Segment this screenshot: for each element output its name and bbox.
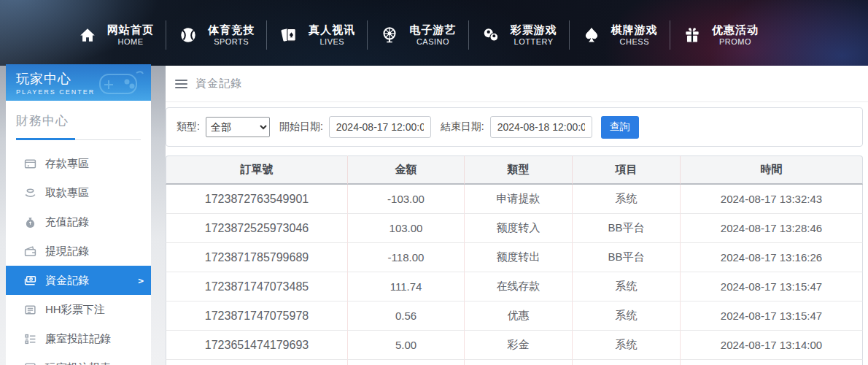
nav-label-en: CASINO xyxy=(416,37,449,47)
nav-item-sports[interactable]: 体育竞技 SPORTS xyxy=(178,23,255,47)
nav-label-zh: 优惠活动 xyxy=(712,23,759,37)
nav-label-zh: 真人视讯 xyxy=(309,23,355,37)
nav-label-zh: 棋牌游戏 xyxy=(611,23,658,37)
nav-divider xyxy=(166,20,166,50)
finance-section-title: 財務中心 xyxy=(16,112,141,129)
type-select[interactable]: 全部 xyxy=(206,117,270,137)
cell-time xyxy=(681,360,863,365)
cell-order-no: 1723872763549901 xyxy=(166,185,348,214)
header-item: 項目 xyxy=(573,155,681,185)
cell-type: 额度转出 xyxy=(465,243,573,272)
header-type: 類型 xyxy=(465,155,573,185)
sidebar-item-player-bet-report[interactable]: 玩家投注報表 xyxy=(6,353,151,365)
start-date-input[interactable] xyxy=(329,116,431,138)
sidebar-item-recharge-records[interactable]: 充值記錄 xyxy=(6,207,151,237)
table-row: 1723872763549901 -103.00 申请提款 系统 2024-08… xyxy=(166,185,863,214)
deposit-icon xyxy=(24,158,36,170)
playing-cards-icon xyxy=(279,25,299,45)
nav-item-home[interactable]: 网站首页 HOME xyxy=(77,23,154,47)
sidebar-item-label: 充值記錄 xyxy=(45,215,89,229)
nav-label-zh: 电子游艺 xyxy=(409,23,456,37)
sidebar-item-label: 廉室投註記錄 xyxy=(45,332,111,346)
nav-label-en: LIVES xyxy=(319,37,344,47)
end-date-input[interactable] xyxy=(490,116,592,138)
cell-type: 优惠 xyxy=(465,301,573,331)
nav-divider xyxy=(266,20,267,50)
nav-divider xyxy=(670,20,670,50)
cell-item: 系统 xyxy=(573,301,681,331)
cell-item: 系统 xyxy=(573,185,681,214)
sidebar-item-withdrawal-records[interactable]: 提現記錄 xyxy=(6,237,151,266)
main-content: 資金記錄 類型: 全部 開始日期: 結束日期: 查詢 訂單號 金額 類型 項目 … xyxy=(166,66,868,365)
cell-item: 系统 xyxy=(573,331,681,360)
end-date-label: 結束日期: xyxy=(441,120,484,134)
cell-time: 2024-08-17 13:15:47 xyxy=(681,301,863,331)
cell-order-no: 1723651474179693 xyxy=(166,331,348,360)
finance-section: 財務中心 xyxy=(6,101,151,140)
nav-divider xyxy=(468,20,469,50)
cell-item: BB平台 xyxy=(573,243,681,272)
top-navigation-bar: 网站首页 HOME 体育竞技 SPORTS 真人视讯 LIVES xyxy=(0,0,868,66)
type-label: 類型: xyxy=(177,120,200,134)
cell-type: 申请提款 xyxy=(465,185,573,214)
cell-order-no: 1723871747073485 xyxy=(166,272,348,301)
header-order-no: 訂單號 xyxy=(166,155,348,185)
nav-label-zh: 彩票游戏 xyxy=(511,23,557,37)
table-row: 1723871747075978 0.56 优惠 系统 2024-08-17 1… xyxy=(166,301,863,331)
sidebar-item-room-bet-records[interactable]: 廉室投註記錄 xyxy=(6,324,151,353)
cell-type xyxy=(465,360,573,365)
menu-toggle-icon[interactable] xyxy=(175,80,187,88)
cell-amount: -118.00 xyxy=(348,243,465,272)
sidebar-item-label: 取款專區 xyxy=(45,186,89,200)
sidebar: 玩家中心 PLAYERS CENTER 財務中心 存款專區 取款專區 xyxy=(6,64,151,365)
breadcrumb: 資金記錄 xyxy=(166,66,868,102)
report-chart-icon xyxy=(24,362,36,365)
sidebar-item-fund-records[interactable]: 資金記錄 > xyxy=(6,266,151,295)
nav-divider xyxy=(367,20,368,50)
ticket-list-icon xyxy=(24,304,36,316)
nav-item-casino[interactable]: 电子游艺 CASINO xyxy=(379,23,456,47)
fund-records-table: 訂單號 金額 類型 項目 時間 1723872763549901 -103.00… xyxy=(166,155,863,365)
sidebar-item-hh-lottery-bets[interactable]: HH彩票下注 xyxy=(6,295,151,324)
nav-item-lives[interactable]: 真人视讯 LIVES xyxy=(279,23,355,47)
roulette-icon xyxy=(379,25,400,45)
table-row-partial xyxy=(166,360,863,365)
sports-ball-icon xyxy=(178,25,198,45)
cell-amount: 5.00 xyxy=(348,331,465,360)
cell-order-no: 1723871785799689 xyxy=(166,243,348,272)
search-button[interactable]: 查詢 xyxy=(601,116,639,139)
cell-order-no: 1723872525973046 xyxy=(166,214,348,243)
cell-item xyxy=(573,360,681,365)
spade-icon xyxy=(581,25,602,45)
sidebar-item-deposit-zone[interactable]: 存款專區 xyxy=(6,149,151,178)
sidebar-item-withdraw-zone[interactable]: 取款專區 xyxy=(6,178,151,207)
sidebar-item-label: 資金記錄 xyxy=(45,274,89,288)
cell-type: 额度转入 xyxy=(465,214,573,243)
cell-amount: 103.00 xyxy=(348,214,465,243)
cell-type: 彩金 xyxy=(465,331,573,360)
section-underline xyxy=(16,138,141,140)
nav-label-en: HOME xyxy=(118,37,144,47)
gamepad-watermark-icon xyxy=(94,67,145,101)
nav-label-en: PROMO xyxy=(719,37,751,47)
sidebar-menu: 存款專區 取款專區 充值記錄 提現記錄 資金記錄 > xyxy=(6,149,151,365)
nav-item-lottery[interactable]: 彩票游戏 LOTTERY xyxy=(481,23,557,47)
cell-time: 2024-08-17 13:32:43 xyxy=(681,185,863,214)
cell-order-no: 1723871747075978 xyxy=(166,301,348,331)
wallet-icon xyxy=(24,245,36,258)
cell-item: 系统 xyxy=(573,272,681,301)
cell-order-no xyxy=(166,360,348,365)
table-header-row: 訂單號 金額 類型 項目 時間 xyxy=(166,155,863,185)
checklist-icon xyxy=(24,333,36,345)
sidebar-item-label: 提現記錄 xyxy=(45,245,89,258)
nav-item-promo[interactable]: 优惠活动 PROMO xyxy=(682,23,759,47)
nav-label-en: CHESS xyxy=(620,37,649,47)
sidebar-item-label: 玩家投注報表 xyxy=(45,361,111,365)
header-time: 時間 xyxy=(681,155,863,185)
players-center-header: 玩家中心 PLAYERS CENTER xyxy=(6,64,151,101)
page-title: 資金記錄 xyxy=(195,77,242,91)
cell-time: 2024-08-17 13:14:00 xyxy=(681,331,863,360)
home-icon xyxy=(77,25,98,45)
nav-item-chess[interactable]: 棋牌游戏 CHESS xyxy=(581,23,658,47)
banknotes-icon xyxy=(24,274,36,287)
